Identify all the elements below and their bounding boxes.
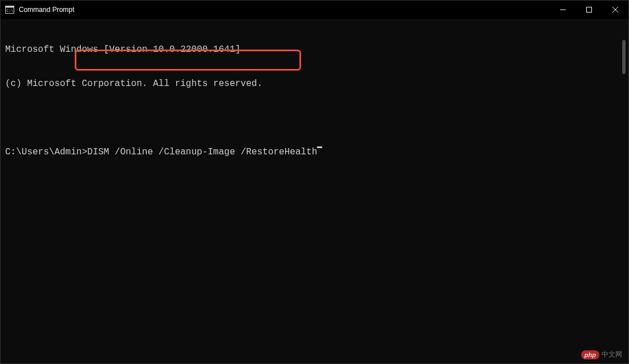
terminal-output-line: Microsoft Windows [Version 10.0.22000.16…	[5, 44, 624, 55]
terminal-prompt-line: C:\Users\Admin>DISM /Online /Cleanup-Ima…	[5, 146, 624, 158]
titlebar-left: C:\ Command Prompt	[5, 5, 74, 14]
window-controls	[550, 1, 628, 19]
terminal-cursor	[317, 146, 322, 148]
scrollbar-thumb[interactable]	[622, 40, 626, 74]
scrollbar-track[interactable]	[620, 38, 628, 363]
window-title: Command Prompt	[19, 6, 74, 14]
watermark-text: 中文网	[602, 350, 622, 359]
terminal-blank-line	[5, 112, 624, 124]
terminal-area[interactable]: Microsoft Windows [Version 10.0.22000.16…	[1, 19, 628, 363]
terminal-content: Microsoft Windows [Version 10.0.22000.16…	[1, 19, 628, 183]
watermark: php 中文网	[581, 350, 622, 359]
close-button[interactable]	[602, 1, 628, 19]
titlebar[interactable]: C:\ Command Prompt	[1, 1, 628, 19]
svg-rect-4	[587, 7, 592, 13]
watermark-badge: php	[581, 350, 599, 359]
maximize-button[interactable]	[576, 1, 602, 19]
terminal-output-line: (c) Microsoft Corporation. All rights re…	[5, 78, 624, 89]
command-prompt-icon: C:\	[5, 5, 14, 14]
terminal-prompt: C:\Users\Admin>	[5, 146, 87, 158]
terminal-command: DISM /Online /Cleanup-Image /RestoreHeal…	[87, 146, 317, 158]
minimize-button[interactable]	[550, 1, 576, 19]
svg-text:C:\: C:\	[6, 9, 14, 13]
svg-rect-1	[6, 6, 14, 8]
command-prompt-window: C:\ Command Prompt Microsoft Windows [Ve…	[0, 0, 629, 364]
